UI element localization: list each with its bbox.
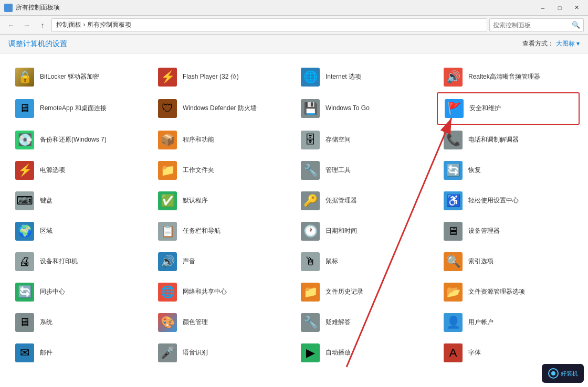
grid-item-keyboard[interactable]: ⌨键盘	[8, 186, 151, 216]
mgmt-icon: 🔧	[300, 160, 320, 180]
grid-item-region[interactable]: 🌍区域	[8, 216, 151, 246]
grid-item-color[interactable]: 🎨颜色管理	[151, 307, 294, 338]
grid-item-trouble[interactable]: 🔧疑难解答	[294, 307, 437, 338]
ease-label: 轻松使用设置中心	[468, 197, 519, 205]
search-icon: 🔍	[572, 21, 580, 29]
grid-item-security[interactable]: 🚩安全和维护	[437, 92, 580, 125]
grid-item-programs[interactable]: 📦程序和功能	[151, 125, 294, 155]
grid-item-workfolder[interactable]: 📁工作文件夹	[151, 155, 294, 186]
search-box[interactable]: 🔍	[489, 18, 584, 32]
grid-item-filehistory[interactable]: 📁文件历史记录	[294, 277, 437, 307]
wintogo-icon: 💾	[300, 99, 320, 119]
font-icon: A	[443, 343, 463, 363]
page-title: 调整计算机的设置	[8, 39, 67, 49]
fileexp-label: 文件资源管理器选项	[468, 288, 525, 296]
grid-item-credential[interactable]: 🔑凭据管理器	[294, 186, 437, 216]
maximize-button[interactable]: □	[552, 3, 567, 13]
back-button[interactable]: ←	[4, 19, 18, 31]
user-icon: 👤	[443, 313, 463, 332]
security-label: 安全和维护	[469, 104, 501, 113]
backup-icon: 💽	[15, 130, 35, 150]
grid-item-datetime[interactable]: 🕐日期和时间	[294, 216, 437, 246]
grid-item-speech[interactable]: 🎤语音识别	[151, 338, 294, 368]
grid-item-taskbar[interactable]: 📋任务栏和导航	[151, 216, 294, 246]
mouse-icon: 🖱	[300, 252, 320, 272]
grid-item-ease[interactable]: ♿轻松使用设置中心	[437, 186, 580, 216]
grid-item-phone[interactable]: 📞电话和调制解调器	[437, 125, 580, 155]
grid-item-mail[interactable]: ✉邮件	[8, 338, 151, 368]
forward-button[interactable]: →	[20, 19, 34, 31]
mail-label: 邮件	[40, 349, 52, 357]
grid-item-system[interactable]: 🖥系统	[8, 307, 151, 338]
flash-label: Flash Player (32 位)	[183, 73, 239, 81]
grid-item-mouse[interactable]: 🖱鼠标	[294, 246, 437, 277]
datetime-label: 日期和时间	[326, 227, 357, 235]
region-icon: 🌍	[15, 221, 35, 241]
storage-icon: 🗄	[300, 130, 320, 150]
security-icon: 🚩	[444, 99, 464, 119]
flash-icon: ⚡	[158, 67, 177, 87]
grid-item-autoplay[interactable]: ▶自动播放	[294, 338, 437, 368]
grid-item-wintogo[interactable]: 💾Windows To Go	[294, 92, 437, 125]
view-dropdown[interactable]: 大图标 ▾	[556, 39, 580, 48]
devices-label: 设备和打印机	[40, 257, 78, 266]
power-label: 电源选项	[40, 166, 65, 175]
system-label: 系统	[40, 318, 52, 327]
grid-item-network[interactable]: 🌐网络和共享中心	[151, 277, 294, 307]
credential-label: 凭据管理器	[326, 197, 357, 205]
devmgr-label: 设备管理器	[468, 227, 500, 235]
grid-item-backup[interactable]: 💽备份和还原(Windows 7)	[8, 125, 151, 155]
grid-item-internet[interactable]: 🌐Internet 选项	[294, 62, 437, 92]
grid-item-sound[interactable]: 🔊声音	[151, 246, 294, 277]
up-button[interactable]: ↑	[36, 19, 49, 31]
view-label: 查看方式：	[522, 39, 554, 48]
user-label: 用户帐户	[468, 318, 494, 327]
network-label: 网络和共享中心	[183, 288, 227, 296]
trouble-label: 疑难解答	[326, 318, 351, 327]
taskbar-label: 任务栏和导航	[183, 227, 220, 235]
grid-item-power[interactable]: ⚡电源选项	[8, 155, 151, 186]
address-bar: ← → ↑ 控制面板 › 所有控制面板项 🔍	[0, 16, 588, 35]
programs-label: 程序和功能	[183, 136, 214, 144]
sound-label: 声音	[183, 257, 195, 266]
font-label: 字体	[468, 349, 481, 357]
watermark-text: 好装机	[561, 370, 578, 378]
content-area: 🔒BitLocker 驱动器加密⚡Flash Player (32 位)🌐Int…	[0, 53, 588, 387]
devmgr-icon: 🖥	[443, 221, 463, 241]
grid-item-devices[interactable]: 🖨设备和打印机	[8, 246, 151, 277]
sync-label: 同步中心	[40, 288, 65, 296]
internet-icon: 🌐	[300, 67, 320, 87]
credential-icon: 🔑	[300, 191, 320, 211]
keyboard-label: 键盘	[40, 197, 52, 205]
devices-icon: 🖨	[15, 252, 35, 272]
autoplay-icon: ▶	[300, 343, 320, 363]
grid-item-bitlocker[interactable]: 🔒BitLocker 驱动器加密	[8, 62, 151, 92]
grid-item-storage[interactable]: 🗄存储空间	[294, 125, 437, 155]
grid-item-devmgr[interactable]: 🖥设备管理器	[437, 216, 580, 246]
taskbar-icon: 📋	[158, 221, 177, 241]
close-button[interactable]: ✕	[569, 3, 584, 13]
grid-item-user[interactable]: 👤用户帐户	[437, 307, 580, 338]
phone-icon: 📞	[443, 130, 463, 150]
minimize-button[interactable]: –	[536, 3, 550, 13]
grid-item-realtek[interactable]: 🔊Realtek高清晰音频管理器	[437, 62, 580, 92]
backup-label: 备份和还原(Windows 7)	[40, 136, 107, 144]
grid-item-mgmt[interactable]: 🔧管理工具	[294, 155, 437, 186]
filehistory-label: 文件历史记录	[326, 288, 363, 296]
index-icon: 🔍	[443, 252, 463, 272]
mail-icon: ✉	[15, 343, 35, 363]
grid-item-remoteapp[interactable]: 🖥RemoteApp 和桌面连接	[8, 92, 151, 125]
grid-item-index[interactable]: 🔍索引选项	[437, 246, 580, 277]
watermark-eye-icon	[548, 368, 559, 379]
remoteapp-icon: 🖥	[15, 99, 35, 119]
recovery-label: 恢复	[468, 166, 481, 175]
grid-item-recovery[interactable]: 🔄恢复	[437, 155, 580, 186]
search-input[interactable]	[493, 22, 572, 29]
grid-item-fileexp[interactable]: 📂文件资源管理器选项	[437, 277, 580, 307]
breadcrumb[interactable]: 控制面板 › 所有控制面板项	[51, 18, 487, 32]
phone-label: 电话和调制解调器	[468, 136, 519, 144]
grid-item-default[interactable]: ✅默认程序	[151, 186, 294, 216]
grid-item-sync[interactable]: 🔄同步中心	[8, 277, 151, 307]
grid-item-defender[interactable]: 🛡Windows Defender 防火墙	[151, 92, 294, 125]
grid-item-flash[interactable]: ⚡Flash Player (32 位)	[151, 62, 294, 92]
